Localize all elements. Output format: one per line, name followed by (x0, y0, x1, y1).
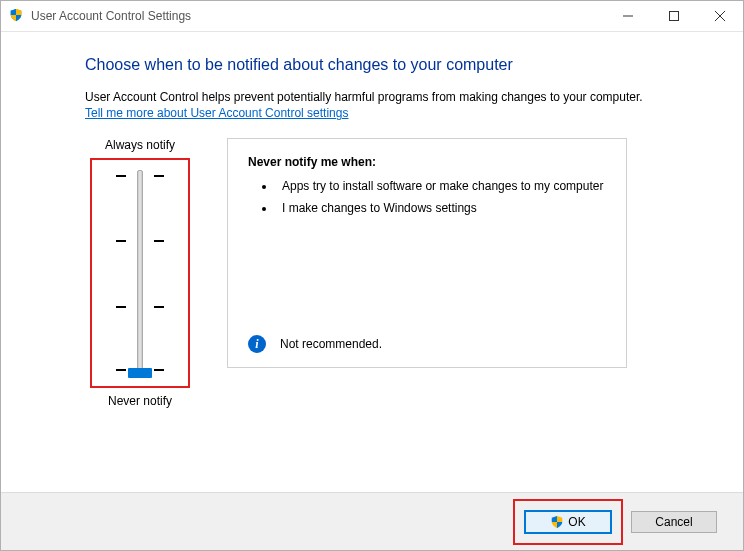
intro-text: User Account Control helps prevent poten… (85, 90, 703, 104)
ok-button-label: OK (568, 515, 585, 529)
description-item: I make changes to Windows settings (276, 201, 606, 215)
slider-bottom-label: Never notify (108, 394, 172, 408)
svg-rect-1 (670, 12, 679, 21)
main-area: Always notify Never notify Never notify … (85, 138, 703, 408)
uac-settings-window: User Account Control Settings Choose whe… (0, 0, 744, 551)
cancel-button-label: Cancel (655, 515, 692, 529)
maximize-button[interactable] (651, 1, 697, 31)
description-item: Apps try to install software or make cha… (276, 179, 606, 193)
recommendation-row: i Not recommended. (248, 335, 382, 353)
slider-column: Always notify Never notify (85, 138, 195, 408)
window-title: User Account Control Settings (31, 9, 605, 23)
ok-highlight-box: OK (513, 499, 623, 545)
ok-button[interactable]: OK (525, 511, 611, 533)
titlebar: User Account Control Settings (1, 1, 743, 32)
slider-top-label: Always notify (105, 138, 175, 152)
page-heading: Choose when to be notified about changes… (85, 56, 703, 74)
description-panel: Never notify me when: Apps try to instal… (227, 138, 627, 368)
footer-bar: OK Cancel (1, 492, 743, 550)
info-icon: i (248, 335, 266, 353)
description-list: Apps try to install software or make cha… (248, 179, 606, 215)
cancel-button[interactable]: Cancel (631, 511, 717, 533)
content-area: Choose when to be notified about changes… (1, 32, 743, 492)
slider-thumb[interactable] (128, 368, 152, 378)
learn-more-link[interactable]: Tell me more about User Account Control … (85, 106, 348, 120)
shield-icon (550, 515, 564, 529)
shield-icon (9, 8, 25, 24)
close-button[interactable] (697, 1, 743, 31)
minimize-button[interactable] (605, 1, 651, 31)
recommendation-text: Not recommended. (280, 337, 382, 351)
slider-highlight-box (90, 158, 190, 388)
window-controls (605, 1, 743, 31)
description-title: Never notify me when: (248, 155, 606, 169)
notification-slider[interactable] (137, 170, 143, 376)
